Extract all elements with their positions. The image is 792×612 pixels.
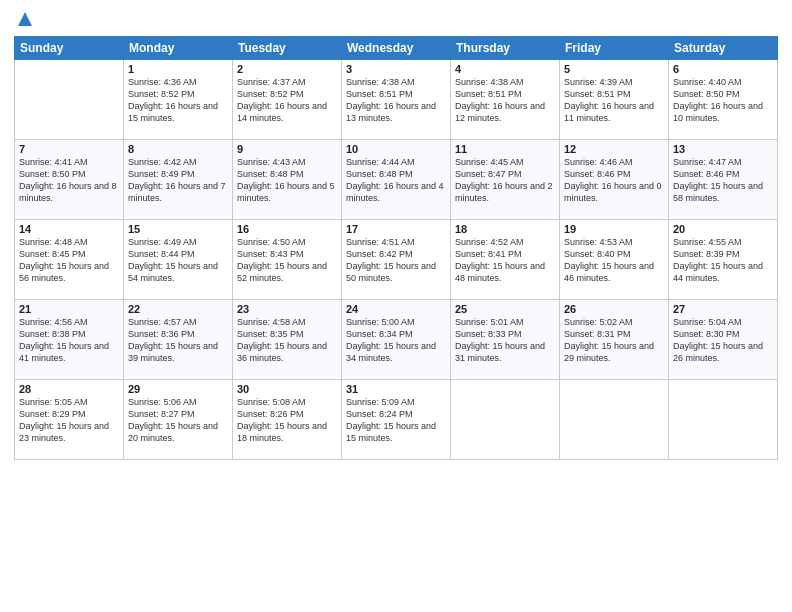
calendar-cell: 23Sunrise: 4:58 AM Sunset: 8:35 PM Dayli… [233, 300, 342, 380]
day-info: Sunrise: 4:58 AM Sunset: 8:35 PM Dayligh… [237, 316, 337, 365]
day-header-friday: Friday [560, 37, 669, 60]
calendar-cell: 4Sunrise: 4:38 AM Sunset: 8:51 PM Daylig… [451, 60, 560, 140]
day-number: 6 [673, 63, 773, 75]
day-info: Sunrise: 4:37 AM Sunset: 8:52 PM Dayligh… [237, 76, 337, 125]
day-info: Sunrise: 4:49 AM Sunset: 8:44 PM Dayligh… [128, 236, 228, 285]
calendar-cell: 8Sunrise: 4:42 AM Sunset: 8:49 PM Daylig… [124, 140, 233, 220]
day-number: 5 [564, 63, 664, 75]
day-info: Sunrise: 4:53 AM Sunset: 8:40 PM Dayligh… [564, 236, 664, 285]
calendar-cell: 12Sunrise: 4:46 AM Sunset: 8:46 PM Dayli… [560, 140, 669, 220]
day-header-monday: Monday [124, 37, 233, 60]
calendar-cell: 21Sunrise: 4:56 AM Sunset: 8:38 PM Dayli… [15, 300, 124, 380]
day-number: 23 [237, 303, 337, 315]
day-info: Sunrise: 4:42 AM Sunset: 8:49 PM Dayligh… [128, 156, 228, 205]
day-info: Sunrise: 5:09 AM Sunset: 8:24 PM Dayligh… [346, 396, 446, 445]
day-header-saturday: Saturday [669, 37, 778, 60]
logo [14, 10, 34, 32]
day-number: 7 [19, 143, 119, 155]
calendar-cell: 14Sunrise: 4:48 AM Sunset: 8:45 PM Dayli… [15, 220, 124, 300]
calendar-cell: 22Sunrise: 4:57 AM Sunset: 8:36 PM Dayli… [124, 300, 233, 380]
day-number: 22 [128, 303, 228, 315]
day-number: 14 [19, 223, 119, 235]
day-info: Sunrise: 4:44 AM Sunset: 8:48 PM Dayligh… [346, 156, 446, 205]
day-info: Sunrise: 4:36 AM Sunset: 8:52 PM Dayligh… [128, 76, 228, 125]
day-number: 3 [346, 63, 446, 75]
calendar-cell: 26Sunrise: 5:02 AM Sunset: 8:31 PM Dayli… [560, 300, 669, 380]
svg-marker-0 [18, 12, 32, 26]
day-header-thursday: Thursday [451, 37, 560, 60]
calendar-cell: 28Sunrise: 5:05 AM Sunset: 8:29 PM Dayli… [15, 380, 124, 460]
calendar-cell [451, 380, 560, 460]
calendar-cell: 31Sunrise: 5:09 AM Sunset: 8:24 PM Dayli… [342, 380, 451, 460]
day-number: 24 [346, 303, 446, 315]
day-info: Sunrise: 5:04 AM Sunset: 8:30 PM Dayligh… [673, 316, 773, 365]
day-info: Sunrise: 4:40 AM Sunset: 8:50 PM Dayligh… [673, 76, 773, 125]
calendar-cell: 15Sunrise: 4:49 AM Sunset: 8:44 PM Dayli… [124, 220, 233, 300]
day-info: Sunrise: 4:47 AM Sunset: 8:46 PM Dayligh… [673, 156, 773, 205]
calendar-cell: 1Sunrise: 4:36 AM Sunset: 8:52 PM Daylig… [124, 60, 233, 140]
calendar-cell: 6Sunrise: 4:40 AM Sunset: 8:50 PM Daylig… [669, 60, 778, 140]
calendar-cell: 24Sunrise: 5:00 AM Sunset: 8:34 PM Dayli… [342, 300, 451, 380]
day-number: 18 [455, 223, 555, 235]
calendar-cell: 19Sunrise: 4:53 AM Sunset: 8:40 PM Dayli… [560, 220, 669, 300]
calendar-cell: 29Sunrise: 5:06 AM Sunset: 8:27 PM Dayli… [124, 380, 233, 460]
calendar-cell [15, 60, 124, 140]
day-number: 29 [128, 383, 228, 395]
calendar-cell: 2Sunrise: 4:37 AM Sunset: 8:52 PM Daylig… [233, 60, 342, 140]
calendar-cell: 3Sunrise: 4:38 AM Sunset: 8:51 PM Daylig… [342, 60, 451, 140]
calendar-body: 1Sunrise: 4:36 AM Sunset: 8:52 PM Daylig… [15, 60, 778, 460]
calendar-cell: 13Sunrise: 4:47 AM Sunset: 8:46 PM Dayli… [669, 140, 778, 220]
day-header-tuesday: Tuesday [233, 37, 342, 60]
calendar-cell: 16Sunrise: 4:50 AM Sunset: 8:43 PM Dayli… [233, 220, 342, 300]
day-info: Sunrise: 4:41 AM Sunset: 8:50 PM Dayligh… [19, 156, 119, 205]
day-number: 20 [673, 223, 773, 235]
day-number: 19 [564, 223, 664, 235]
calendar-cell: 11Sunrise: 4:45 AM Sunset: 8:47 PM Dayli… [451, 140, 560, 220]
calendar-cell: 10Sunrise: 4:44 AM Sunset: 8:48 PM Dayli… [342, 140, 451, 220]
day-number: 26 [564, 303, 664, 315]
day-info: Sunrise: 4:46 AM Sunset: 8:46 PM Dayligh… [564, 156, 664, 205]
day-number: 10 [346, 143, 446, 155]
calendar-cell: 27Sunrise: 5:04 AM Sunset: 8:30 PM Dayli… [669, 300, 778, 380]
day-info: Sunrise: 4:56 AM Sunset: 8:38 PM Dayligh… [19, 316, 119, 365]
calendar-cell: 18Sunrise: 4:52 AM Sunset: 8:41 PM Dayli… [451, 220, 560, 300]
day-number: 25 [455, 303, 555, 315]
calendar-cell: 20Sunrise: 4:55 AM Sunset: 8:39 PM Dayli… [669, 220, 778, 300]
day-number: 9 [237, 143, 337, 155]
day-info: Sunrise: 4:48 AM Sunset: 8:45 PM Dayligh… [19, 236, 119, 285]
day-info: Sunrise: 4:38 AM Sunset: 8:51 PM Dayligh… [455, 76, 555, 125]
calendar-header-row: SundayMondayTuesdayWednesdayThursdayFrid… [15, 37, 778, 60]
day-number: 12 [564, 143, 664, 155]
day-info: Sunrise: 5:05 AM Sunset: 8:29 PM Dayligh… [19, 396, 119, 445]
calendar-table: SundayMondayTuesdayWednesdayThursdayFrid… [14, 36, 778, 460]
day-info: Sunrise: 4:50 AM Sunset: 8:43 PM Dayligh… [237, 236, 337, 285]
day-number: 13 [673, 143, 773, 155]
day-header-sunday: Sunday [15, 37, 124, 60]
day-number: 8 [128, 143, 228, 155]
day-info: Sunrise: 5:00 AM Sunset: 8:34 PM Dayligh… [346, 316, 446, 365]
calendar-cell: 25Sunrise: 5:01 AM Sunset: 8:33 PM Dayli… [451, 300, 560, 380]
day-number: 17 [346, 223, 446, 235]
day-info: Sunrise: 5:02 AM Sunset: 8:31 PM Dayligh… [564, 316, 664, 365]
calendar-week-row: 14Sunrise: 4:48 AM Sunset: 8:45 PM Dayli… [15, 220, 778, 300]
day-number: 16 [237, 223, 337, 235]
day-number: 11 [455, 143, 555, 155]
day-number: 2 [237, 63, 337, 75]
day-header-wednesday: Wednesday [342, 37, 451, 60]
day-info: Sunrise: 4:39 AM Sunset: 8:51 PM Dayligh… [564, 76, 664, 125]
day-number: 4 [455, 63, 555, 75]
day-info: Sunrise: 4:43 AM Sunset: 8:48 PM Dayligh… [237, 156, 337, 205]
day-info: Sunrise: 4:52 AM Sunset: 8:41 PM Dayligh… [455, 236, 555, 285]
calendar-week-row: 7Sunrise: 4:41 AM Sunset: 8:50 PM Daylig… [15, 140, 778, 220]
calendar-cell: 17Sunrise: 4:51 AM Sunset: 8:42 PM Dayli… [342, 220, 451, 300]
calendar-cell: 9Sunrise: 4:43 AM Sunset: 8:48 PM Daylig… [233, 140, 342, 220]
day-number: 28 [19, 383, 119, 395]
day-number: 30 [237, 383, 337, 395]
header [14, 10, 778, 32]
logo-icon [16, 10, 34, 28]
day-info: Sunrise: 4:51 AM Sunset: 8:42 PM Dayligh… [346, 236, 446, 285]
day-number: 27 [673, 303, 773, 315]
calendar-cell [560, 380, 669, 460]
calendar-week-row: 1Sunrise: 4:36 AM Sunset: 8:52 PM Daylig… [15, 60, 778, 140]
day-info: Sunrise: 5:01 AM Sunset: 8:33 PM Dayligh… [455, 316, 555, 365]
